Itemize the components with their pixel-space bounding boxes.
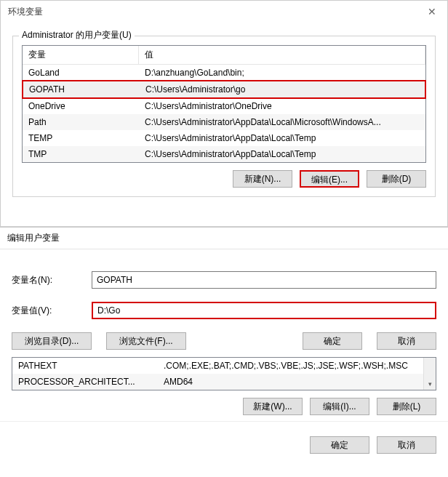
name-label: 变量名(N):: [12, 274, 92, 286]
edit-button[interactable]: 编辑(I)...: [310, 398, 369, 415]
table-row[interactable]: GOPATH C:\Users\Administrator\go: [22, 80, 426, 99]
new-button[interactable]: 新建(N)...: [233, 170, 292, 188]
ok-button[interactable]: 确定: [310, 436, 369, 454]
dialog-title: 环境变量: [8, 6, 43, 18]
listview-header: 变量 值: [23, 46, 425, 65]
chevron-down-icon[interactable]: ▾: [424, 377, 436, 390]
cancel-button[interactable]: 取消: [377, 332, 436, 350]
edit-var-dialog: 编辑用户变量 变量名(N): 变量值(V): 浏览目录(D)... 浏览文件(F…: [0, 227, 448, 462]
browse-dir-button[interactable]: 浏览目录(D)...: [12, 332, 92, 350]
sys-vars-listview[interactable]: PATHEXT .COM;.EXE;.BAT;.CMD;.VBS;.VBE;.J…: [12, 357, 436, 390]
titlebar: 环境变量 ✕: [1, 1, 447, 23]
listview-body: GoLand D:\anzhuang\GoLand\bin; GOPATH C:…: [23, 65, 425, 162]
user-vars-group: Administrator 的用户变量(U) 变量 值 GoLand D:\an…: [12, 36, 436, 197]
name-input[interactable]: [92, 271, 436, 289]
new-button[interactable]: 新建(W)...: [243, 398, 303, 415]
scrollbar[interactable]: ▾: [423, 358, 436, 390]
user-vars-buttons: 新建(N)... 编辑(E)... 删除(D): [22, 170, 426, 188]
value-label: 变量值(V):: [12, 305, 92, 317]
cancel-button[interactable]: 取消: [377, 436, 436, 454]
sys-vars-buttons: 新建(W)... 编辑(I)... 删除(L): [0, 398, 448, 421]
table-row[interactable]: TEMP C:\Users\Administrator\AppData\Loca…: [23, 130, 425, 146]
group-label: Administrator 的用户变量(U): [19, 29, 135, 41]
ok-button[interactable]: 确定: [303, 332, 362, 350]
env-vars-dialog: 环境变量 ✕ Administrator 的用户变量(U) 变量 值 GoLan…: [0, 0, 448, 227]
dialog-footer: 确定 取消: [0, 421, 448, 462]
browse-file-button[interactable]: 浏览文件(F)...: [106, 332, 186, 350]
close-icon[interactable]: ✕: [421, 4, 443, 20]
table-row[interactable]: OneDrive C:\Users\Administrator\OneDrive: [23, 98, 425, 114]
value-row: 变量值(V):: [12, 302, 436, 319]
edit-button[interactable]: 编辑(E)...: [300, 170, 359, 188]
name-row: 变量名(N):: [12, 271, 436, 289]
table-row[interactable]: PROCESSOR_ARCHITECT... AMD64: [12, 374, 423, 390]
browse-row: 浏览目录(D)... 浏览文件(F)... 确定 取消: [12, 332, 436, 350]
table-row[interactable]: PATHEXT .COM;.EXE;.BAT;.CMD;.VBS;.VBE;.J…: [12, 358, 423, 374]
user-vars-listview[interactable]: 变量 值 GoLand D:\anzhuang\GoLand\bin; GOPA…: [22, 45, 426, 163]
edit-title: 编辑用户变量: [0, 228, 448, 249]
value-input[interactable]: [92, 302, 436, 319]
table-row[interactable]: Path C:\Users\Administrator\AppData\Loca…: [23, 114, 425, 130]
table-row[interactable]: TMP C:\Users\Administrator\AppData\Local…: [23, 146, 425, 162]
col-value[interactable]: 值: [139, 46, 425, 64]
table-row[interactable]: GoLand D:\anzhuang\GoLand\bin;: [23, 65, 425, 81]
col-name[interactable]: 变量: [23, 46, 139, 64]
delete-button[interactable]: 删除(D): [367, 170, 426, 188]
delete-button[interactable]: 删除(L): [377, 398, 436, 415]
